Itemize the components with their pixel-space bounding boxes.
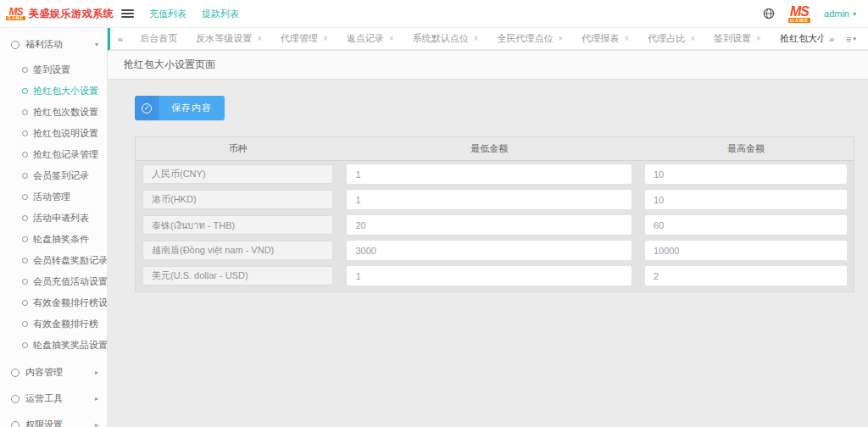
top-nav-link-1[interactable]: 提款列表 (202, 8, 239, 20)
chevron-right-icon: ▸ (95, 395, 98, 402)
max-amount-input[interactable] (645, 241, 847, 260)
tab-close-icon[interactable]: × (474, 35, 479, 43)
min-amount-input[interactable] (347, 241, 632, 260)
save-button-label: 保存内容 (159, 96, 225, 120)
tab-item[interactable]: 代理报表× (572, 28, 638, 49)
tab-item[interactable]: 代理占比× (638, 28, 704, 49)
min-amount-input[interactable] (347, 190, 632, 209)
min-amount-input[interactable] (347, 266, 632, 286)
caret-down-icon: ▾ (95, 41, 98, 48)
tabs-scroll-right-icon[interactable]: » (829, 34, 834, 44)
language-globe-icon[interactable] (763, 8, 775, 19)
sidebar-item[interactable]: 会员签到记录 (0, 165, 107, 186)
circle-icon (22, 258, 28, 263)
sidebar-item[interactable]: 会员充值活动设置 (0, 271, 107, 292)
sidebar-item-label: 轮盘抽奖条件 (33, 233, 89, 246)
table-row: 泰铢(เงินบาท - THB) (136, 212, 854, 237)
circle-icon (22, 321, 28, 327)
sidebar-section[interactable]: 福利活动▾ (0, 31, 107, 58)
sidebar-item-label: 会员转盘奖励记录 (33, 254, 108, 267)
tab-label: 代理管理 (281, 32, 318, 45)
sidebar-item-label: 抢红包说明设置 (33, 127, 98, 140)
sidebar-item-label: 抢红包记录管理 (33, 148, 98, 161)
tabs-menu-icon[interactable]: ≡ ▾ (846, 34, 856, 44)
max-amount-input[interactable] (645, 190, 847, 209)
max-amount-input[interactable] (645, 215, 847, 235)
caret-down-icon: ▾ (853, 36, 856, 42)
tab-item[interactable]: 系统默认点位× (403, 28, 488, 49)
tab-close-icon[interactable]: × (559, 35, 564, 43)
min-amount-input[interactable] (347, 215, 632, 235)
currency-cell-wrap: 泰铢(เงินบาท - THB) (136, 212, 340, 237)
sidebar-section[interactable]: 内容管理▸ (0, 359, 107, 385)
sidebar-item[interactable]: 轮盘抽奖奖品设置 (0, 335, 107, 356)
save-button[interactable]: ✓ 保存内容 (135, 96, 225, 120)
sidebar-item-label: 有效金额排行榜 (33, 318, 98, 330)
admin-menu[interactable]: admin ▾ (824, 8, 856, 19)
sidebar-item[interactable]: 抢红包记录管理 (0, 144, 107, 165)
brand-logo[interactable]: MS GAME 美盛娱乐游戏系统 (0, 0, 108, 27)
sidebar-item[interactable]: 签到设置 (0, 59, 107, 80)
sidebar-item[interactable]: 活动申请列表 (0, 208, 107, 229)
tab-close-icon[interactable]: × (389, 35, 394, 43)
currency-cell-wrap: 港币(HKD) (136, 186, 340, 212)
circle-icon (22, 236, 28, 242)
sidebar-item-label: 抢红包大小设置 (33, 85, 98, 97)
check-glyph: ✓ (142, 103, 152, 114)
tab-label: 返点记录 (347, 32, 384, 45)
tab-close-icon[interactable]: × (624, 35, 629, 43)
tab-item[interactable]: 全民代理点位× (488, 28, 573, 49)
sidebar-item[interactable]: 抢红包大小设置 (0, 80, 107, 102)
tab-item[interactable]: 代理管理× (271, 28, 337, 49)
max-amount-input[interactable] (645, 266, 847, 286)
circle-icon (22, 215, 28, 221)
menu-glyph: ≡ (846, 34, 851, 44)
tab-item[interactable]: 后台首页 (131, 28, 186, 49)
tab-item[interactable]: 返点记录× (337, 28, 403, 49)
currency-label: 人民币(CNY) (142, 164, 333, 184)
tab-close-icon[interactable]: × (323, 35, 328, 43)
min-amount-input[interactable] (347, 164, 632, 184)
min-cell-wrap (340, 161, 638, 186)
sidebar-item[interactable]: 有效金额排行榜设置 (0, 292, 107, 313)
top-nav-link-0[interactable]: 充值列表 (149, 8, 186, 20)
tab-close-icon[interactable]: × (257, 35, 262, 43)
tab-item[interactable]: 反水等级设置× (186, 28, 271, 49)
sidebar-item-label: 会员充值活动设置 (33, 275, 108, 288)
currency-label: 港币(HKD) (142, 190, 333, 209)
currency-label: 越南盾(Đồng việt nam - VND) (142, 241, 333, 260)
ms-logo-text: MS (790, 5, 809, 19)
min-cell-wrap (340, 186, 638, 212)
sidebar-item[interactable]: 抢红包说明设置 (0, 123, 107, 144)
tab-close-icon[interactable]: × (690, 35, 695, 43)
check-circle-icon: ✓ (135, 96, 159, 120)
currency-cell-wrap: 越南盾(Đồng việt nam - VND) (136, 237, 340, 263)
tab-item[interactable]: 签到设置× (704, 28, 771, 49)
tabbar-right: » ≡ ▾ (824, 28, 861, 49)
max-cell-wrap (638, 161, 854, 186)
circle-icon (22, 194, 28, 200)
tabs-scroll-left-icon[interactable]: « (110, 28, 131, 49)
sidebar-item[interactable]: 活动管理 (0, 186, 107, 208)
sidebar-item[interactable]: 有效金额排行榜 (0, 313, 107, 335)
tab-close-icon[interactable]: × (756, 35, 761, 43)
top-nav: 充值列表提款列表 (149, 8, 239, 20)
sidebar-item[interactable]: 会员转盘奖励记录 (0, 250, 107, 271)
sidebar-section[interactable]: 运营工具▸ (0, 385, 107, 412)
redpacket-size-table: 币种最低金额最高金额 人民币(CNY)港币(HKD)泰铢(เงินบาท - T… (135, 136, 854, 292)
sidebar: 福利活动▾签到设置抢红包大小设置抢红包次数设置抢红包说明设置抢红包记录管理会员签… (0, 28, 108, 427)
circle-icon (22, 109, 28, 115)
tab-item[interactable]: 抢红包大小设置× (771, 28, 824, 49)
sidebar-item[interactable]: 轮盘抽奖条件 (0, 229, 107, 250)
min-cell-wrap (340, 237, 638, 263)
sidebar-item[interactable]: 抢红包次数设置 (0, 102, 107, 123)
table-row: 美元(U.S. dollar - USD) (136, 263, 854, 288)
sidebar-item-label: 会员签到记录 (33, 169, 89, 182)
circle-icon (22, 300, 28, 306)
sidebar-section[interactable]: 权限设置▸ (0, 412, 107, 427)
sidebar-section-children: 签到设置抢红包大小设置抢红包次数设置抢红包说明设置抢红包记录管理会员签到记录活动… (0, 58, 107, 359)
sidebar-item-label: 活动管理 (33, 191, 70, 203)
max-amount-input[interactable] (645, 164, 847, 184)
circle-icon (22, 88, 28, 94)
hamburger-icon[interactable] (120, 6, 136, 21)
